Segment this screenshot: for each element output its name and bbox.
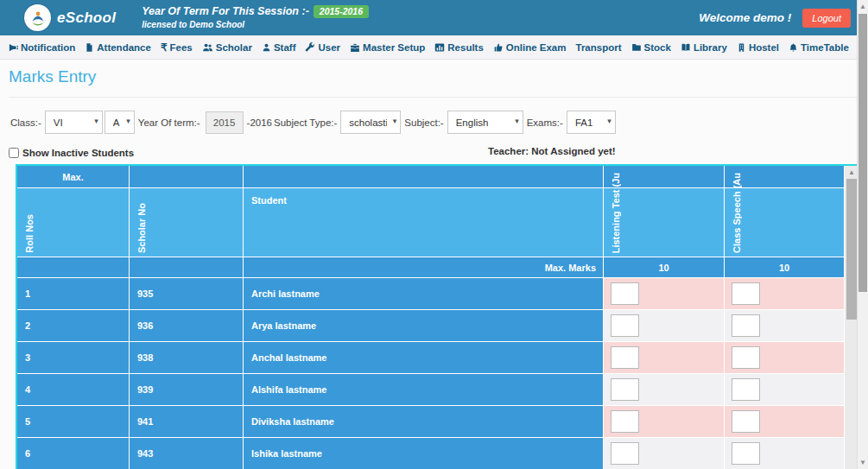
mark-input[interactable] (611, 442, 639, 465)
roll-no-cell: 3 (17, 342, 130, 374)
show-inactive-label: Show Inactive Students (22, 148, 134, 158)
table-row: 2936Arya lastname (17, 310, 845, 342)
mark-cell (725, 342, 845, 374)
nav-item-user[interactable]: User (305, 42, 340, 53)
nav-item-label: Library (694, 42, 727, 53)
nav-item-label: Notification (21, 42, 75, 53)
scholar-no-cell: 939 (130, 374, 244, 406)
student-name-cell: Ishika lastname (244, 438, 604, 469)
nav-item-label: Online Exam (506, 42, 567, 53)
session-info: Year Of Term For This Session :- 2015-20… (142, 5, 369, 30)
nav-item-label: TimeTable (801, 42, 849, 53)
nav-item-attendance[interactable]: Attendance (85, 42, 151, 53)
mark-input[interactable] (732, 378, 760, 401)
student-name-cell: Archi lastname (244, 278, 604, 310)
student-name-cell: Anchal lastname (244, 342, 604, 374)
folder-icon (631, 42, 642, 52)
page-scroll-up-icon[interactable]: ▲ (858, 1, 868, 12)
content-area: Marks Entry Class:- VI A Year Of term:- … (0, 60, 868, 469)
mark-input[interactable] (611, 282, 639, 305)
section-select[interactable]: A (105, 111, 135, 134)
nav-item-fees[interactable]: ₹Fees (161, 41, 193, 54)
mark-input[interactable] (732, 442, 760, 465)
top-header-bar: eSchool Year Of Term For This Session :-… (0, 0, 868, 35)
year-input[interactable] (206, 111, 244, 134)
brand-logo[interactable]: eSchool (24, 4, 116, 31)
mark-cell (604, 278, 725, 310)
filter-bar: Class:- VI A Year Of term:- -2016 Subjec… (9, 111, 868, 134)
page-scroll-down-icon[interactable]: ▼ (858, 457, 868, 468)
student-name-cell: Alshifa lastname (244, 374, 604, 406)
brand-name: eSchool (57, 10, 116, 27)
scholar-no-cell: 943 (130, 438, 244, 469)
subject-select[interactable]: English (447, 111, 523, 134)
mark-input[interactable] (732, 282, 760, 305)
nav-item-transport[interactable]: Transport (576, 42, 622, 53)
nav-item-stock[interactable]: Stock (631, 42, 671, 53)
class-select[interactable]: VI (45, 111, 103, 134)
mark-input[interactable] (732, 410, 760, 433)
licensed-text: licensed to Demo School (142, 20, 369, 31)
roll-no-cell: 1 (17, 278, 130, 310)
nav-item-label: Fees (170, 42, 193, 53)
mark-cell (604, 342, 725, 374)
page-scrollbar-thumb[interactable] (858, 14, 867, 292)
max-marks-value: 10 (725, 257, 845, 278)
nav-item-master-setup[interactable]: Master Setup (350, 42, 425, 53)
nav-item-label: User (318, 42, 340, 53)
mark-input[interactable] (611, 410, 639, 433)
building-icon (737, 42, 746, 53)
scholar-no-cell: 935 (130, 278, 244, 310)
nav-item-label: Master Setup (363, 42, 425, 53)
student-name-cell: Arya lastname (244, 310, 604, 342)
mark-cell (604, 310, 725, 342)
mark-input[interactable] (611, 314, 639, 337)
nav-item-notification[interactable]: Notification (8, 42, 75, 53)
page-scrollbar[interactable]: ▲ ▼ (857, 0, 868, 469)
year-label: Year Of term:- (138, 117, 200, 128)
mark-input[interactable] (611, 378, 639, 401)
scholar-no-cell: 938 (130, 342, 244, 374)
page-title: Marks Entry (9, 67, 868, 86)
mark-input[interactable] (732, 346, 760, 369)
nav-item-results[interactable]: Results (434, 42, 484, 53)
mark-cell (725, 310, 845, 342)
nav-item-online-exam[interactable]: Online Exam (493, 42, 567, 53)
roll-no-cell: 5 (17, 406, 130, 438)
eschool-logo-icon (24, 4, 51, 31)
welcome-text: Welcome demo ! (699, 11, 791, 24)
file-icon (85, 42, 94, 53)
logout-button[interactable]: Logout (802, 9, 851, 28)
teacher-status: Teacher: Not Assigned yet! (488, 146, 616, 156)
nav-item-hostel[interactable]: Hostel (737, 42, 779, 53)
exams-select[interactable]: FA1 (567, 111, 616, 134)
scholar-no-cell: 941 (130, 406, 244, 438)
nav-item-label: Results (447, 42, 484, 53)
subject-type-select[interactable]: scholastic (340, 111, 401, 134)
rupee-icon: ₹ (161, 41, 168, 54)
nav-item-label: Staff (274, 42, 296, 53)
nav-item-library[interactable]: Library (681, 42, 727, 53)
table-row: 5941Diviksha lastname (17, 406, 845, 438)
nav-item-scholar[interactable]: Scholar (202, 42, 252, 53)
mark-cell (604, 374, 725, 406)
class-label: Class:- (10, 117, 41, 128)
mark-input[interactable] (611, 346, 639, 369)
briefcase-icon (350, 42, 360, 53)
mark-input[interactable] (732, 314, 760, 337)
scholar-no-header: Scholar No (130, 188, 244, 257)
book-icon (681, 42, 691, 53)
roll-nos-header: Roll Nos (17, 188, 130, 257)
roll-no-cell: 6 (17, 438, 130, 469)
users-icon (202, 42, 213, 53)
nav-item-label: Attendance (97, 42, 151, 53)
show-inactive-checkbox[interactable] (9, 148, 19, 158)
mark-cell (725, 374, 845, 406)
table-scrollbar-thumb[interactable] (846, 179, 857, 320)
nav-item-timetable[interactable]: TimeTable (789, 42, 849, 53)
nav-item-staff[interactable]: Staff (262, 42, 296, 53)
year-suffix: -2016 (247, 117, 272, 128)
nav-item-label: Stock (644, 42, 671, 53)
roll-no-cell: 4 (17, 374, 130, 406)
table-row: 4939Alshifa lastname (17, 374, 845, 406)
